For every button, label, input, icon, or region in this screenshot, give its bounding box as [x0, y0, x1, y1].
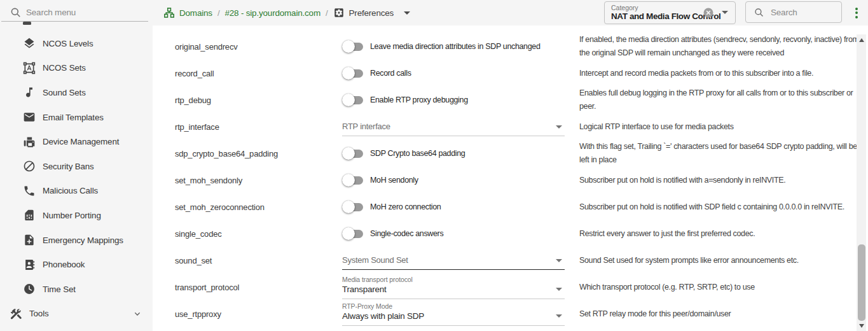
search-menu-placeholder: Search menu — [26, 8, 76, 17]
sidebar-item-label: Device Management — [43, 137, 119, 146]
pref-name-label: transport_protocol — [175, 283, 342, 292]
time-set-icon — [23, 283, 36, 295]
emergency-mappings-icon — [23, 234, 36, 246]
pref-description: With this flag set, Trailing `=' charact… — [579, 140, 859, 167]
toggle-switch-icon — [342, 40, 364, 53]
sidebar-item-label: Sound Sets — [43, 88, 86, 97]
search-placeholder: Search — [771, 8, 797, 17]
pref-row-sound_set: sound_setSystem Sound SetSound Set used … — [175, 247, 868, 274]
select-value: RTP interface — [342, 122, 390, 131]
record_call-toggle[interactable]: Record calls — [342, 67, 411, 80]
toggle-switch-icon — [342, 227, 364, 240]
pref-row-rtp_debug: rtp_debugEnable RTP proxy debuggingEnabl… — [175, 87, 868, 113]
pref-description: Subscriber put on hold is notified with … — [579, 174, 859, 187]
pref-control: Leave media direction attributes in SDP … — [342, 40, 568, 53]
breadcrumb-preferences-dropdown[interactable]: Preferences — [333, 7, 411, 18]
toggle-thumb — [342, 40, 355, 53]
breadcrumb-separator: / — [217, 8, 220, 18]
sidebar-item-sound-sets[interactable]: Sound Sets — [0, 80, 153, 105]
chevron-down-icon — [132, 309, 142, 319]
dropdown-arrow-icon[interactable] — [722, 11, 728, 14]
clear-icon[interactable] — [703, 7, 714, 18]
pref-row-single_codec: single_codecSingle-codec answersRestrict… — [175, 220, 868, 247]
scroll-up-arrow-icon[interactable] — [859, 38, 864, 42]
pref-row-sdp_crypto_base64_padding: sdp_crypto_base64_paddingSDP Crypto base… — [175, 140, 868, 167]
original_sendrecv-toggle[interactable]: Leave media direction attributes in SDP … — [342, 40, 541, 53]
toggle-switch-icon — [342, 67, 364, 80]
malicious-calls-icon — [23, 185, 36, 197]
top-bar: Search menu Domains / #28 - sip.yourdoma… — [0, 0, 868, 25]
pref-name-label: record_call — [175, 69, 342, 78]
pref-row-set_moh_sendonly: set_moh_sendonlyMoH sendonlySubscriber p… — [175, 167, 868, 194]
security-bans-icon — [23, 160, 36, 173]
set_moh_sendonly-toggle[interactable]: MoH sendonly — [342, 174, 418, 187]
search-input[interactable]: Search — [745, 1, 842, 23]
pref-control: Single-codec answers — [342, 227, 568, 240]
pref-name-label: rtp_interface — [175, 122, 342, 132]
dropdown-arrow-icon — [556, 259, 562, 262]
pref-description: Intercept and record media packets from … — [579, 67, 859, 80]
pref-name-label: sdp_crypto_base64_padding — [175, 149, 342, 158]
dropdown-arrow-icon — [556, 125, 562, 129]
rtp_interface-select[interactable]: RTP interface — [342, 118, 565, 136]
pref-description: Enables full debug logging in the RTP pr… — [579, 87, 859, 113]
ncos-levels-icon — [23, 37, 36, 50]
category-select[interactable]: Category NAT and Media Flow Control — [604, 1, 736, 24]
sidebar-item-ncos-sets[interactable]: NCOS Sets — [0, 56, 153, 81]
email-templates-icon — [23, 111, 36, 123]
sound_set-select[interactable]: System Sound Set — [342, 251, 565, 270]
breadcrumb-domain-link[interactable]: #28 - sip.yourdomain.com — [224, 8, 320, 18]
sidebar-item-tools[interactable]: Tools — [0, 302, 153, 327]
breadcrumb-domains-link[interactable]: Domains — [163, 7, 212, 18]
tools-icon — [10, 307, 22, 320]
breadcrumb-separator: / — [326, 8, 328, 18]
sidebar-item-ncos-levels[interactable]: NCOS Levels — [0, 31, 153, 56]
sidebar-item-label: Time Set — [43, 285, 76, 294]
pref-name-label: sound_set — [175, 256, 342, 265]
chevron-down-icon — [404, 11, 410, 15]
sdp_crypto_base64_padding-toggle[interactable]: SDP Crypto base64 padding — [342, 147, 465, 160]
toggle-switch-icon — [342, 201, 364, 213]
more-menu-button[interactable] — [851, 4, 862, 21]
number-porting-icon — [23, 209, 36, 222]
select-value: System Sound Set — [342, 255, 408, 265]
select-float-label: RTP-Proxy Mode — [342, 302, 565, 310]
pref-row-record_call: record_callRecord callsIntercept and rec… — [175, 60, 868, 87]
select-value: Transparent — [342, 285, 565, 294]
set_moh_zeroconnection-toggle[interactable]: MoH zero connection — [342, 201, 441, 213]
breadcrumb-label: #28 - sip.yourdomain.com — [224, 8, 320, 18]
sidebar-item-email-templates[interactable]: Email Templates — [0, 105, 153, 130]
toggle-label: SDP Crypto base64 padding — [370, 149, 465, 158]
sidebar-item-security-bans[interactable]: Security Bans — [0, 154, 153, 179]
sidebar-item-number-porting[interactable]: Number Porting — [0, 203, 153, 228]
pref-description: If enabled, the media direction attribut… — [579, 33, 859, 60]
toggle-label: Single-codec answers — [370, 229, 443, 238]
breadcrumb-label: Preferences — [349, 8, 394, 18]
sidebar-item-malicious-calls[interactable]: Malicious Calls — [0, 179, 153, 204]
scroll-down-arrow-icon[interactable] — [859, 324, 864, 328]
pref-description: Which transport protocol (e.g. RTP, SRTP… — [579, 281, 859, 294]
rtp_debug-toggle[interactable]: Enable RTP proxy debugging — [342, 94, 468, 106]
use_rtpproxy-select[interactable]: RTP-Proxy ModeAlways with plain SDP — [342, 302, 565, 326]
dropdown-arrow-icon — [556, 288, 562, 291]
single_codec-toggle[interactable]: Single-codec answers — [342, 227, 443, 240]
pref-control: Enable RTP proxy debugging — [342, 94, 568, 106]
pref-name-label: use_rtpproxy — [175, 309, 342, 319]
sound-sets-icon — [23, 86, 36, 99]
sidebar-item-device-management[interactable]: Device Management — [0, 129, 153, 154]
dropdown-arrow-icon — [556, 314, 562, 318]
ncos-sets-icon — [23, 62, 36, 74]
transport_protocol-select[interactable]: Media transport protocolTransparent — [342, 275, 565, 299]
toggle-label: Leave media direction attributes in SDP … — [370, 42, 541, 51]
scrollbar-thumb[interactable] — [858, 244, 865, 321]
phonebook-icon — [23, 258, 36, 271]
toggle-thumb — [342, 67, 355, 80]
toggle-label: MoH zero connection — [370, 202, 441, 211]
scrollbar-track[interactable] — [857, 34, 866, 331]
sidebar-item-time-set[interactable]: Time Set — [0, 277, 153, 302]
sidebar-item-phonebook[interactable]: Phonebook — [0, 252, 153, 277]
sidebar-item-emergency-mappings[interactable]: Emergency Mappings — [0, 228, 153, 253]
search-icon — [754, 7, 764, 18]
search-icon — [10, 6, 22, 18]
toggle-thumb — [342, 227, 355, 240]
